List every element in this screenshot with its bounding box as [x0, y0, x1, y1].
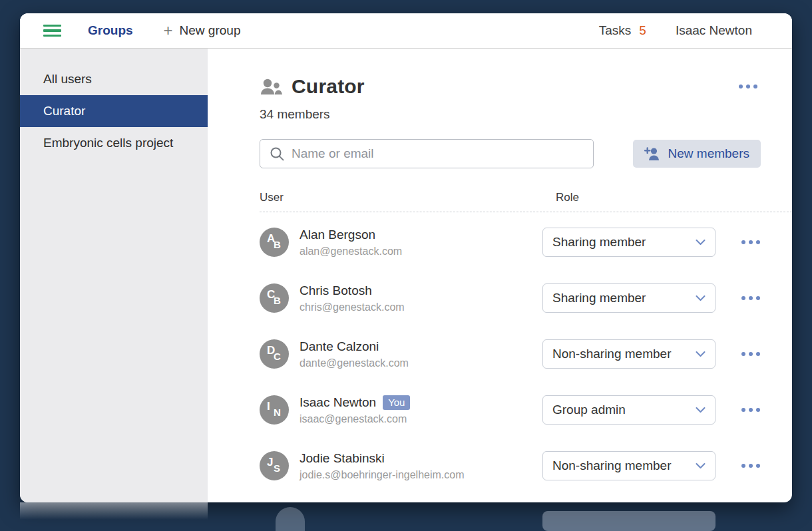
avatar: J S — [260, 451, 289, 480]
sidebar: All users Curator Embryonic cells projec… — [20, 49, 208, 502]
avatar-initial: J — [267, 456, 273, 469]
chevron-down-icon — [696, 462, 706, 469]
top-bar: Groups + New group Tasks 5 Isaac Newton — [20, 13, 792, 49]
avatar-initial: B — [274, 239, 281, 250]
nav-groups[interactable]: Groups — [88, 23, 133, 38]
column-header-user: User — [260, 191, 542, 204]
new-group-button[interactable]: + New group — [164, 23, 241, 39]
hamburger-menu-icon[interactable] — [43, 25, 61, 37]
sidebar-ghost — [20, 502, 208, 520]
member-email: alan@genestack.com — [300, 246, 402, 258]
member-name: Dante Calzoni — [300, 339, 379, 354]
new-members-label: New members — [668, 146, 749, 161]
group-actions-menu-icon[interactable] — [737, 81, 759, 92]
row-actions-menu-icon[interactable] — [740, 460, 761, 472]
avatar-initial: I — [267, 400, 270, 413]
member-email: dante@genestack.com — [300, 357, 409, 369]
tasks-link[interactable]: Tasks 5 — [599, 23, 646, 38]
role-value: Sharing member — [552, 291, 646, 305]
chevron-down-icon — [696, 407, 706, 413]
row-actions-menu-icon[interactable] — [740, 404, 761, 416]
avatar-initial: B — [274, 295, 281, 306]
sidebar-item-all-users[interactable]: All users — [20, 63, 208, 95]
table-row: J S Jodie Stabinski jodie.s@boehringer-i… — [260, 438, 792, 494]
search-icon — [270, 146, 285, 162]
chevron-down-icon — [696, 351, 706, 357]
member-email: isaac@genestack.com — [300, 413, 410, 425]
member-name: Isaac Newton — [300, 395, 376, 410]
member-name: Alan Bergson — [300, 228, 375, 242]
role-dropdown[interactable]: Non-sharing member — [542, 339, 715, 369]
members-count: 34 members — [260, 107, 792, 122]
member-name: Jodie Stabinski — [300, 451, 385, 466]
role-value: Sharing member — [552, 235, 646, 250]
next-row-role-ghost — [542, 511, 715, 531]
avatar: A B — [260, 228, 289, 257]
row-actions-menu-icon[interactable] — [740, 292, 761, 304]
tasks-count-badge: 5 — [639, 23, 646, 38]
row-actions-menu-icon[interactable] — [740, 236, 761, 248]
role-dropdown[interactable]: Sharing member — [542, 283, 715, 313]
avatar-initial: N — [274, 407, 281, 418]
row-actions-menu-icon[interactable] — [740, 348, 761, 360]
sidebar-item-embryonic-cells-project[interactable]: Embryonic cells project — [20, 127, 208, 159]
role-value: Group admin — [552, 403, 626, 417]
page-title: Curator — [292, 75, 365, 98]
groups-window: Groups + New group Tasks 5 Isaac Newton … — [20, 13, 792, 502]
next-row-avatar-ghost — [276, 507, 305, 531]
avatar: C B — [260, 283, 289, 313]
role-value: Non-sharing member — [552, 458, 671, 473]
plus-icon: + — [164, 23, 173, 39]
table-row: I N Isaac Newton You isaac@genestack.com… — [260, 382, 792, 438]
avatar-initial: C — [274, 351, 281, 362]
group-detail-panel: Curator 34 members — [208, 49, 792, 502]
tasks-label: Tasks — [599, 23, 632, 38]
table-row: D C Dante Calzoni dante@genestack.com No… — [260, 326, 792, 382]
member-search — [260, 139, 594, 168]
table-row: C B Chris Botosh chris@genestack.com Sha… — [260, 270, 792, 326]
member-rows: A B Alan Bergson alan@genestack.com Shar… — [260, 214, 792, 494]
avatar-initial: S — [274, 462, 280, 474]
you-badge: You — [383, 395, 410, 410]
add-person-icon — [644, 147, 662, 161]
column-header-role: Role — [542, 191, 715, 204]
role-dropdown[interactable]: Sharing member — [542, 228, 715, 257]
role-dropdown[interactable]: Non-sharing member — [542, 451, 715, 480]
role-dropdown[interactable]: Group admin — [542, 395, 715, 425]
role-value: Non-sharing member — [552, 347, 671, 361]
members-table-header: User Role — [260, 191, 792, 212]
search-input[interactable] — [292, 146, 584, 161]
chevron-down-icon — [696, 295, 706, 301]
avatar: I N — [260, 395, 289, 425]
table-row: A B Alan Bergson alan@genestack.com Shar… — [260, 214, 792, 270]
group-people-icon — [260, 78, 282, 95]
member-email: chris@genestack.com — [300, 301, 405, 313]
member-name: Chris Botosh — [300, 283, 372, 298]
sidebar-item-curator[interactable]: Curator — [20, 95, 208, 127]
new-members-button[interactable]: New members — [633, 140, 761, 168]
avatar: D C — [260, 339, 289, 369]
new-group-label: New group — [180, 23, 241, 38]
chevron-down-icon — [696, 239, 706, 246]
member-email: jodie.s@boehringer-ingelheim.com — [300, 469, 464, 481]
user-menu[interactable]: Isaac Newton — [676, 23, 752, 38]
